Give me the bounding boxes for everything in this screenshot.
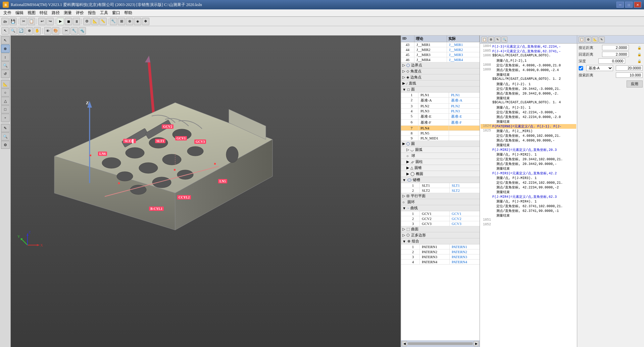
tree-row-slt1[interactable]: 1 SLT1 SLT1	[401, 183, 480, 188]
menu-file[interactable]: 文件	[1, 9, 13, 16]
prop-search-input[interactable]	[616, 72, 643, 78]
tb-save[interactable]: 💾	[9, 18, 17, 25]
tb-cut[interactable]: ✂	[20, 18, 27, 25]
group-surface[interactable]: ▷ ⬚ 曲面	[401, 226, 480, 232]
tb2-show[interactable]: 👁	[44, 27, 51, 35]
tree-scroll-left[interactable]: ◀	[402, 341, 407, 346]
group-angle-point[interactable]: ▷ ◇ 角度点	[401, 68, 480, 74]
props-tb-btn1[interactable]: 📋	[579, 37, 585, 43]
tree-row-46[interactable]: 46 J__MIR4 J__MIR4	[401, 57, 480, 62]
lt-tri[interactable]: △	[1, 97, 10, 105]
tree-row-pln3[interactable]: 4 PLN3 PLN3	[401, 109, 480, 114]
code-tb-btn1[interactable]: 📋	[481, 37, 487, 43]
tree-row-slt2[interactable]: 2 SLT2 SLT2	[401, 188, 480, 193]
group-plane[interactable]: ▼ □ 面	[401, 86, 480, 93]
tb2-rotate[interactable]: 🔄	[17, 27, 25, 35]
menu-tools[interactable]: 工具	[98, 9, 110, 16]
tree-row-pln2[interactable]: 3 PLN2 PLN2	[401, 104, 480, 109]
tb-undo[interactable]: ↩	[38, 18, 46, 25]
menu-edit[interactable]: 编辑	[13, 9, 26, 16]
tb2-fit[interactable]: ⊕	[26, 27, 33, 35]
tb-extra2[interactable]: ❖	[142, 18, 149, 25]
tb2-wrench[interactable]: 🔧	[70, 27, 78, 35]
group-line[interactable]: ▶ / 直线	[401, 80, 480, 86]
props-tb-btn4[interactable]: ✎	[599, 37, 605, 43]
lt-measure2[interactable]: 📐	[1, 80, 10, 88]
group-slot[interactable]: ▼ 键槽	[401, 177, 480, 183]
tree-row-patern3[interactable]: 3 PATERN3 PATERN3	[401, 254, 480, 259]
tree-row-plnmid1[interactable]: 9 PLN_MID1	[401, 136, 480, 141]
menu-measure[interactable]: 测量	[62, 9, 74, 16]
tb2-color[interactable]: 🎨	[52, 27, 59, 35]
code-content[interactable]: 1804 F(J-3)=元素定义/点,直角坐标,42.2234,- 1805 F…	[480, 44, 577, 347]
lt-add[interactable]: +	[1, 114, 10, 122]
code-tb-btn4[interactable]: 🔍	[501, 37, 507, 43]
tb2-select[interactable]: ↖	[1, 27, 9, 35]
tb-ruler[interactable]: 📏	[99, 18, 107, 25]
tree-row-pln4[interactable]: 7 PLN4	[401, 126, 480, 131]
tb2-pan[interactable]: ✋	[34, 27, 41, 35]
lt-select[interactable]: ↖	[1, 36, 10, 44]
tree-row-gcv2[interactable]: 2 GCV2 GCV2	[401, 216, 480, 221]
group-parallel-plane[interactable]: ▷ ⊟ 平行平面	[401, 193, 480, 199]
group-circle[interactable]: ▶ 圆	[401, 141, 480, 147]
tb-align[interactable]: ⊞	[118, 18, 125, 25]
lt-circle2[interactable]: ○	[1, 89, 10, 97]
tree-row-patern2[interactable]: 2 PATERN2 PATERN2	[401, 249, 480, 254]
tree-row-gcv3[interactable]: 3 GCV3 GCV3	[401, 221, 480, 226]
tree-row-gcv1[interactable]: 1 GCV1 GCV1	[401, 211, 480, 216]
tree-row-datumf[interactable]: 6 基准-F 基准-F	[401, 120, 480, 126]
group-torus[interactable]: ○ 圆环	[401, 199, 480, 205]
group-polygon[interactable]: ▷ ⬡ 正多边形	[401, 232, 480, 238]
tb2-zoom[interactable]: 🔍	[9, 27, 17, 35]
tree-row-pln5[interactable]: 8 PLN5	[401, 131, 480, 136]
tree-row-datuma[interactable]: 2 基准-A 基准-A	[401, 98, 480, 104]
menu-report[interactable]: 报告	[86, 9, 98, 16]
tb-copy[interactable]: 📋	[28, 18, 35, 25]
code-tb-btn3[interactable]: ✎	[495, 37, 501, 43]
prop-depth-input[interactable]	[598, 58, 625, 64]
menu-help[interactable]: 帮助	[122, 9, 134, 16]
tree-scrollbar[interactable]	[408, 342, 473, 345]
group-cone[interactable]: ▶ △ 圆锥	[401, 165, 480, 171]
group-combination[interactable]: ▼ ⊕ 组合	[401, 238, 480, 244]
prop-retract-input[interactable]	[602, 52, 629, 57]
tree-row-patern1[interactable]: 1 PATERN1 PATERN1	[401, 244, 480, 249]
menu-view[interactable]: 视图	[26, 9, 38, 16]
code-tb-btn2[interactable]: ⚙	[488, 37, 494, 43]
tb-pause[interactable]: ⏸	[73, 18, 80, 25]
group-ellipse[interactable]: ▶ ◯ 椭圆	[401, 171, 480, 177]
tree-row-datume[interactable]: 5 基准-E 基准-E	[401, 114, 480, 120]
tb-new[interactable]: 🗁	[1, 18, 9, 25]
lt-rotate2[interactable]: ↺	[1, 70, 10, 78]
tb-stop[interactable]: ⏹	[65, 18, 72, 25]
tree-row-45[interactable]: 45 J__MIR3 J__MIR3	[401, 52, 480, 57]
tb2-cut2[interactable]: ✂	[62, 27, 70, 35]
menu-window[interactable]: 窗口	[110, 9, 122, 16]
apply-button[interactable]: 应用	[627, 80, 643, 88]
menu-feature[interactable]: 特征	[38, 9, 50, 16]
props-tb-btn3[interactable]: 📐	[592, 37, 598, 43]
menu-path[interactable]: 路径	[50, 9, 62, 16]
prop-approach-input[interactable]	[602, 45, 629, 50]
group-edge-point[interactable]: ▷ ◈ 边角点	[401, 74, 480, 80]
group-arc[interactable]: ▷ ◡ 圆弧	[401, 147, 480, 153]
group-curve[interactable]: ▼ ~ 曲线	[401, 205, 480, 211]
tree-row-pln1[interactable]: 1 PLN1 PLN1	[401, 93, 480, 98]
tb-probe[interactable]: 🔧	[110, 18, 117, 25]
group-sphere[interactable]: ○ 球	[401, 153, 480, 159]
3d-viewport[interactable]: X Y Z Z GCV2 GCV1 GCV3 SLT2▌ SLT1 LN6	[11, 36, 401, 347]
lt-zoom2[interactable]: 🔍	[1, 61, 10, 69]
tb2-bolt[interactable]: 🔩	[79, 27, 86, 35]
tree-row-patern4[interactable]: 4 PATERN4 PATERN4	[401, 259, 480, 265]
group-cylinder[interactable]: ▶ ⌭ 圆柱	[401, 159, 480, 165]
tb-measure[interactable]: 📐	[91, 18, 99, 25]
group-boundary-point[interactable]: ▷ 边界点	[401, 62, 480, 68]
tb-run[interactable]: ▶	[57, 18, 64, 25]
tb-settings[interactable]: ⚙	[83, 18, 91, 25]
maximize-button[interactable]: □	[625, 2, 633, 8]
tree-row-44[interactable]: 44 J__MIR2 J__MIR2	[401, 47, 480, 52]
lt-rect[interactable]: □	[1, 105, 10, 113]
tb-csys[interactable]: ⊕	[126, 18, 133, 25]
lt-active[interactable]: ⊕	[1, 45, 10, 53]
